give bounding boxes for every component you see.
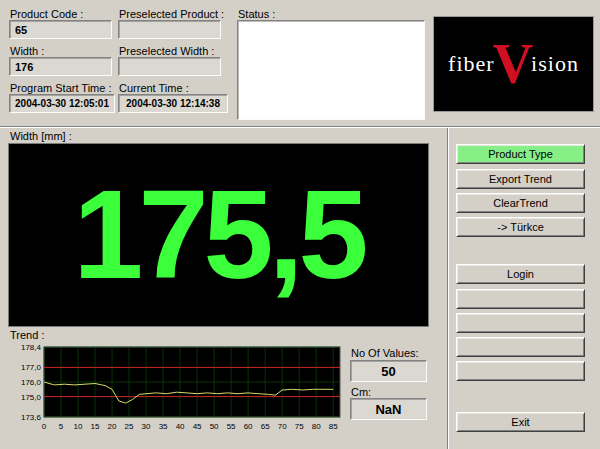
svg-text:45: 45: [193, 422, 202, 431]
svg-text:60: 60: [244, 422, 253, 431]
svg-text:173,6: 173,6: [21, 413, 42, 422]
logo-red-v: V: [493, 39, 533, 89]
exit-button[interactable]: Exit: [456, 412, 585, 432]
preselected-width-field[interactable]: [118, 57, 221, 76]
svg-text:25: 25: [125, 422, 134, 431]
logo-text-fiber: fiber: [448, 51, 495, 77]
logo-text-ision: ision: [531, 51, 579, 77]
preselected-width-label: Preselected Width :: [119, 45, 214, 57]
login-button[interactable]: Login: [456, 264, 585, 284]
blank-button-4: [456, 361, 585, 381]
current-time-value: 2004-03-30 12:14:38: [118, 94, 228, 113]
preselected-product-label: Preselected Product :: [119, 8, 224, 20]
horizontal-divider: [0, 126, 600, 128]
svg-text:65: 65: [261, 422, 270, 431]
width-display: 175,5: [8, 143, 429, 327]
current-time-label: Current Time :: [119, 82, 189, 94]
preselected-product-field[interactable]: [118, 20, 221, 39]
status-label: Status :: [238, 8, 275, 20]
cm-label: Cm:: [351, 386, 371, 398]
svg-text:35: 35: [159, 422, 168, 431]
trend-label: Trend :: [10, 329, 44, 341]
svg-text:85: 85: [329, 422, 338, 431]
program-start-time-value: 2004-03-30 12:05:01: [9, 94, 115, 113]
svg-text:70: 70: [278, 422, 287, 431]
blank-button-1: [456, 289, 585, 309]
svg-text:30: 30: [142, 422, 151, 431]
export-trend-button[interactable]: Export Trend: [456, 169, 585, 189]
blank-button-2: [456, 313, 585, 333]
width-field[interactable]: 176: [9, 57, 112, 76]
svg-text:176,0: 176,0: [21, 378, 42, 387]
no-of-values-label: No Of Values:: [351, 347, 419, 359]
width-display-value: 175,5: [73, 172, 363, 298]
product-type-button[interactable]: Product Type: [456, 144, 585, 164]
no-of-values-field[interactable]: 50: [350, 360, 427, 382]
svg-text:0: 0: [42, 422, 47, 431]
svg-text:175,0: 175,0: [21, 393, 42, 402]
svg-text:178,4: 178,4: [21, 343, 42, 352]
svg-text:5: 5: [59, 422, 64, 431]
turkce-button[interactable]: -> Türkce: [456, 217, 585, 237]
svg-text:10: 10: [74, 422, 83, 431]
product-code-label: Product Code :: [10, 8, 83, 20]
svg-text:80: 80: [312, 422, 321, 431]
blank-button-3: [456, 337, 585, 357]
program-start-time-label: Program Start Time :: [10, 82, 111, 94]
trend-chart: 0510152025303540455055606570758085178,41…: [6, 341, 346, 441]
status-box: [237, 20, 425, 120]
svg-text:15: 15: [91, 422, 100, 431]
vertical-divider: [447, 128, 449, 449]
svg-text:40: 40: [176, 422, 185, 431]
cm-value: NaN: [350, 398, 427, 420]
clear-trend-button[interactable]: ClearTrend: [456, 193, 585, 213]
fibervision-logo: fiber V ision: [433, 16, 594, 112]
svg-text:55: 55: [227, 422, 236, 431]
svg-text:20: 20: [108, 422, 117, 431]
product-code-field[interactable]: 65: [9, 20, 112, 39]
svg-text:75: 75: [295, 422, 304, 431]
svg-text:177,0: 177,0: [21, 363, 42, 372]
svg-text:50: 50: [210, 422, 219, 431]
width-label: Width :: [10, 45, 44, 57]
fibervision-app: Product Code : 65 Preselected Product : …: [0, 0, 600, 449]
width-mm-label: Width [mm] :: [10, 130, 72, 142]
